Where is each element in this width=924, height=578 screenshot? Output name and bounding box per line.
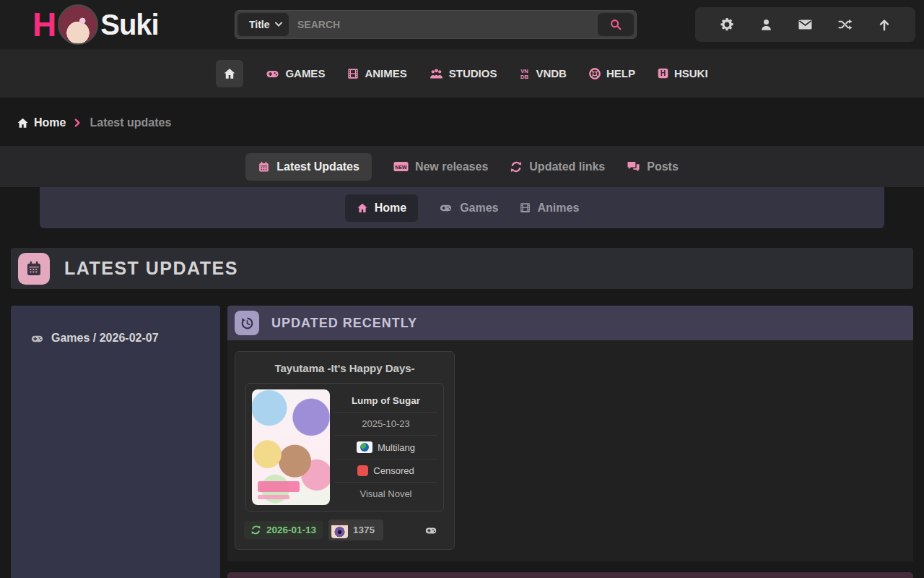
panel-header-updated-recently: UPDATED RECENTLY [227,306,913,340]
hsuki-square-icon: H [657,67,669,79]
cards-area: Tayutama -It's Happy Days- Lump of Sugar… [227,340,913,561]
nav-item-label: HELP [606,67,635,79]
calendar-icon-box [18,253,50,285]
nav-item-animes[interactable]: ANIMES [346,67,406,80]
nav-home-button[interactable] [216,60,243,87]
life-ring-icon [588,67,601,80]
gamepad-icon [438,202,453,214]
tabs-bar: Latest Updates NEW New releases Updated … [0,146,924,187]
subtab-games[interactable]: Games [438,202,498,215]
refresh-icon [510,160,523,173]
views-badge: 1375 [328,519,383,540]
comments-icon [627,160,640,173]
cover-subtitle-art [258,495,289,499]
nav-item-label: VNDB [536,67,567,79]
nav-item-label: HSUKI [674,67,708,79]
game-card[interactable]: Tayutama -It's Happy Days- Lump of Sugar… [235,351,455,550]
logo-text-suki: Suki [100,9,158,41]
nav-item-vndb[interactable]: VNDB VNDB [518,67,567,80]
game-title[interactable]: Tayutama -It's Happy Days- [235,352,454,381]
section-header-latest-updates: LATEST UPDATES [11,248,913,289]
site-logo[interactable]: H Suki [32,0,159,49]
eye-thumbnail-icon [331,522,348,538]
svg-text:NEW: NEW [395,165,407,170]
breadcrumb: Home Latest updates [17,112,924,134]
vndb-icon: VNDB [518,67,531,80]
subtabs-bar: Home Games Animes [40,187,884,228]
logo-avatar-image [58,4,98,45]
nav-item-help[interactable]: HELP [588,67,635,80]
search-bar: Title [235,10,637,39]
search-input[interactable] [289,13,598,36]
tab-label: Latest Updates [276,160,359,173]
nav-item-studios[interactable]: STUDIOS [429,67,497,80]
svg-text:DB: DB [520,74,529,80]
users-group-icon [429,67,444,80]
film-icon [346,67,359,80]
gamepad-icon [265,67,280,80]
home-icon [357,202,368,214]
breadcrumb-current: Latest updates [90,116,171,129]
subtab-label: Games [460,202,498,215]
game-cover-image[interactable] [252,389,330,505]
refresh-icon [250,525,261,535]
tab-latest-updates[interactable]: Latest Updates [245,153,372,181]
game-language-row: Multilang [334,436,437,459]
search-category-wrap: Title [237,13,289,36]
tab-label: Updated links [529,160,605,173]
tab-posts[interactable]: Posts [627,160,679,173]
gamepad-icon [30,332,45,345]
history-icon-box [235,311,259,335]
topbar-icon-group [695,7,915,42]
top-bar: H Suki Title [0,0,924,49]
svg-text:H: H [661,69,666,77]
search-button[interactable] [598,13,634,36]
panel-gap [227,561,913,572]
globe-orb [360,443,369,452]
game-censorship-row: Censored [334,460,437,483]
home-icon [223,67,236,80]
tab-label: New releases [415,160,488,173]
nav-item-games[interactable]: GAMES [265,67,325,80]
game-card-body: Lump of Sugar 2025-10-23 Multilang Censo… [245,383,444,512]
gear-icon[interactable] [720,17,734,32]
game-studio[interactable]: Lump of Sugar [334,389,437,413]
home-icon [17,117,29,129]
game-language: Multilang [378,442,415,453]
subtab-home[interactable]: Home [345,194,418,222]
next-section-header-partial [227,572,913,578]
subtab-label: Animes [538,202,580,215]
calendar-icon [25,260,43,277]
game-censorship: Censored [373,465,414,476]
censored-flag-icon [357,465,368,476]
sidebar-label-text: Games / 2026-02-07 [51,332,159,345]
new-badge-icon: NEW [393,160,409,173]
sidebar-date-group-label: Games / 2026-02-07 [30,332,220,345]
arrow-up-icon[interactable] [878,17,891,32]
history-icon [240,316,254,330]
breadcrumb-home-link[interactable]: Home [17,116,66,129]
nav-item-label: GAMES [285,67,325,79]
game-release-date: 2025-10-23 [334,413,437,436]
search-icon [609,18,622,31]
shuffle-icon[interactable] [837,18,853,31]
gamepad-icon [424,525,438,536]
chevron-right-icon [74,118,81,127]
tab-new-releases[interactable]: NEW New releases [393,160,488,173]
calendar-icon [258,160,270,173]
breadcrumb-home-label: Home [34,116,66,129]
nav-item-hsuki[interactable]: H HSUKI [657,67,708,79]
tab-updated-links[interactable]: Updated links [510,160,605,173]
subtab-animes[interactable]: Animes [519,202,580,215]
search-category-select[interactable]: Title [237,13,289,36]
cover-logo-art [258,481,300,492]
content-area: Games / 2026-02-07 UPDATED RECENTLY Tayu… [11,306,913,578]
globe-flag-icon [357,441,372,453]
nav-item-label: ANIMES [365,67,406,79]
nav-item-label: STUDIOS [449,67,497,79]
envelope-icon[interactable] [798,18,813,31]
subtab-label: Home [375,202,406,215]
user-icon[interactable] [759,18,773,32]
main-panel: UPDATED RECENTLY Tayutama -It's Happy Da… [227,306,913,578]
game-card-footer: 2026-01-13 1375 [244,519,445,540]
